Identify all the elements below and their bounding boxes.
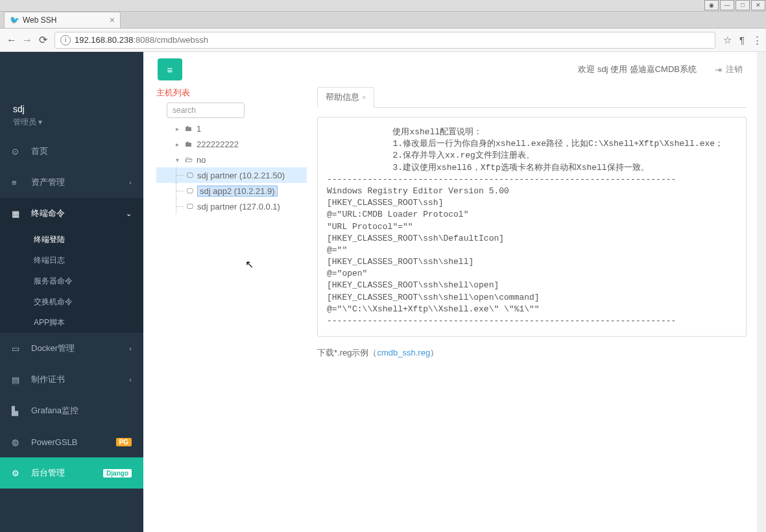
dashboard-icon: ⊙ [12,147,25,156]
host-list-title: 主机列表 [156,87,307,99]
monitor-icon: 🖵 [186,171,193,179]
sidebar-submenu-terminal: 终端登陆 终端日志 服务器命令 交换机命令 APP脚本 [0,229,143,333]
right-panel: 帮助信息× 使用xshell配置说明： 1.修改最后一行为你自身的xshell.… [307,87,757,532]
gear-icon: ⚙ [12,468,25,478]
tree-host[interactable]: 🖵sdj partner (10.2.21.50) [156,167,307,183]
back-button[interactable]: ← [4,32,19,48]
chevron-left-icon: ‹ [129,345,132,352]
sidebar-item-grafana[interactable]: ▙Grafana监控 [0,395,143,426]
tree-host[interactable]: 🖵sdj partner (127.0.0.1) [156,199,307,214]
sidebar: sdj 管理员 ▾ ⊙首页 ≡资产管理‹ ▦终端命令⌄ 终端登陆 终端日志 服务… [0,52,143,532]
collapse-icon[interactable]: ▸ [176,125,185,132]
user-block: sdj 管理员 ▾ [0,104,143,136]
content: ≡ 欢迎 sdj 使用 盛迪嘉CMDB系统 ⇥注销 主机列表 search ▸🖿… [143,52,766,532]
close-tab-icon[interactable]: × [110,15,115,25]
tree-node[interactable]: ▸🖿222222222 [156,136,307,152]
tab-title: Web SSH [23,16,56,25]
tree-node[interactable]: ▾🗁no [156,152,307,167]
help-text: 使用xshell配置说明： 1.修改最后一行为你自身的xshell.exe路径，… [327,127,737,327]
host-list: 主机列表 search ▸🖿1 ▸🖿222222222 ▾🗁no 🖵sdj pa… [156,87,307,532]
user-role[interactable]: 管理员 ▾ [13,117,130,128]
tree-node[interactable]: ▸🖿1 [156,121,307,136]
sidebar-sub-app[interactable]: APP脚本 [0,312,143,333]
pg-badge: PG [116,438,132,446]
sidebar-item-terminal[interactable]: ▦终端命令⌄ [0,198,143,229]
url-host: 192.168.80.238 [75,35,133,45]
download-link[interactable]: cmdb_ssh.reg [377,348,430,357]
server-icon: ▭ [12,344,25,354]
close-tab-icon[interactable]: × [362,93,366,101]
favicon-icon: 🐦 [10,16,19,25]
browser-tab[interactable]: 🐦 Web SSH × [4,12,121,28]
sidebar-item-powergslb[interactable]: ◍PowerGSLBPG [0,426,143,457]
app: ↖ sdj 管理员 ▾ ⊙首页 ≡资产管理‹ ▦终端命令⌄ 终端登陆 终端日志 … [0,52,766,532]
tree-host[interactable]: 🖵sdj app2 (10.2.21.9) [156,183,307,199]
sidebar-item-home[interactable]: ⊙首页 [0,136,143,167]
collapse-icon[interactable]: ▸ [176,141,185,148]
site-info-icon[interactable]: i [60,35,71,45]
sidebar-sub-log[interactable]: 终端日志 [0,250,143,271]
hamburger-icon: ≡ [167,64,173,75]
sidebar-sub-login[interactable]: 终端登陆 [0,229,143,250]
download-line: 下载*.reg示例（cmdb_ssh.reg） [317,347,747,359]
calendar-icon: ▦ [12,209,25,219]
user-window-icon[interactable]: ◉ [704,0,719,10]
chart-icon: ▙ [12,406,25,416]
paragraph-icon[interactable]: ¶ [739,34,745,45]
expand-icon[interactable]: ▾ [176,156,185,163]
search-input[interactable]: search [167,103,245,118]
browser-menu-icon[interactable]: ⋮ [752,34,762,46]
user-name: sdj [13,104,130,114]
sidebar-item-backend[interactable]: ⚙后台管理Django [0,457,143,489]
logout-icon: ⇥ [715,65,722,75]
monitor-icon: 🖵 [186,187,193,195]
tab-help[interactable]: 帮助信息× [317,87,374,108]
chevron-down-icon: ⌄ [126,210,132,218]
minimize-icon[interactable]: — [720,0,734,10]
reload-button[interactable]: ⟳ [35,32,51,48]
url-path: :8088/cmdb/webssh [133,35,208,45]
chevron-left-icon: ‹ [129,178,132,186]
sidebar-sub-server[interactable]: 服务器命令 [0,271,143,291]
chevron-left-icon: ‹ [129,376,132,383]
window-controls: ◉ — □ ✕ [0,0,766,12]
folder-icon: 🖿 [185,124,193,133]
bookmark-icon[interactable]: ☆ [723,34,732,46]
sidebar-item-docker[interactable]: ▭Docker管理‹ [0,333,143,364]
clipboard-icon: ▤ [12,375,25,385]
globe-icon: ◍ [12,437,25,447]
sidebar-sub-switch[interactable]: 交换机命令 [0,291,143,312]
django-badge: Django [103,469,132,478]
forward-button[interactable]: → [19,32,35,48]
browser-tab-bar: 🐦 Web SSH × [0,12,766,29]
host-tree: ▸🖿1 ▸🖿222222222 ▾🗁no 🖵sdj partner (10.2.… [156,121,307,214]
maximize-icon[interactable]: □ [736,0,750,10]
monitor-icon: 🖵 [186,202,193,210]
help-box: 使用xshell配置说明： 1.修改最后一行为你自身的xshell.exe路径，… [317,117,747,337]
close-window-icon[interactable]: ✕ [751,0,765,10]
sidebar-item-cert[interactable]: ▤制作证书‹ [0,364,143,395]
topbar: ≡ 欢迎 sdj 使用 盛迪嘉CMDB系统 ⇥注销 [143,52,757,87]
folder-icon: 🖿 [185,139,193,149]
url-input[interactable]: i 192.168.80.238:8088/cmdb/webssh [54,32,715,49]
menu-toggle-button[interactable]: ≡ [158,58,182,80]
sidebar-item-asset[interactable]: ≡资产管理‹ [0,167,143,198]
welcome-text: 欢迎 sdj 使用 盛迪嘉CMDB系统 [578,64,697,75]
list-icon: ≡ [12,178,25,187]
panel-tabs: 帮助信息× [317,87,747,108]
logout-button[interactable]: ⇥注销 [715,64,743,75]
address-bar: ← → ⟳ i 192.168.80.238:8088/cmdb/webssh … [0,29,766,52]
folder-open-icon: 🗁 [185,155,193,164]
